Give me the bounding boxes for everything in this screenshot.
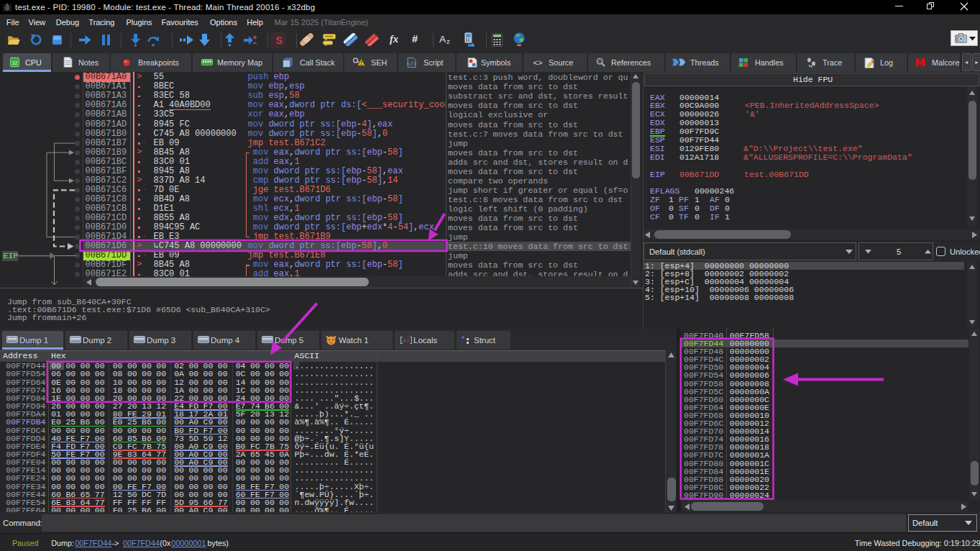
- svg-text:]: ]: [409, 337, 412, 344]
- svg-text:</>: </>: [407, 60, 416, 67]
- svg-text:32: 32: [12, 60, 18, 65]
- svg-text:<>: <>: [533, 59, 542, 67]
- svg-text:!: !: [360, 60, 362, 66]
